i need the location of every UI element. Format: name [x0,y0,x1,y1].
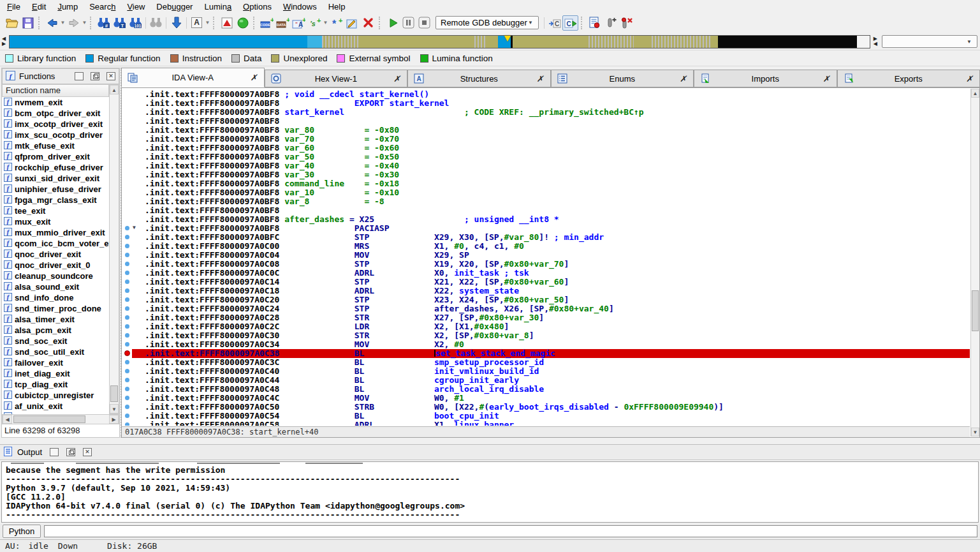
disasm-line[interactable]: .init.text:FFFF8000097A0BF8 var_10 = -0x… [132,188,970,197]
navband-left-arrows[interactable]: ◀▶ [0,36,8,47]
disasm-line[interactable]: .init.text:FFFF8000097A0BF8 var_60 = -0x… [132,144,970,153]
disasm-line[interactable]: .init.text:FFFF8000097A0C48 BL arch_loca… [132,385,970,394]
navband-segment-lblue[interactable] [307,36,321,48]
navband-segment-stripes[interactable] [474,36,486,48]
tab-ida-view-a[interactable]: IDA View-A✗ [121,68,265,87]
scroll-down-icon[interactable]: ▼ [971,428,979,436]
navband-right-arrows[interactable]: ▶◀ [872,36,879,47]
function-list-item[interactable]: falsa_pcm_exit [2,325,109,336]
search-text-button[interactable]: T [112,15,128,31]
disasm-line[interactable]: .init.text:FFFF8000097A0BF8 command_line… [132,179,970,188]
function-list-item[interactable]: faf_unix_exit [2,401,109,412]
disasm-line[interactable]: .init.text:FFFF8000097A0C18 ADRL X22, sy… [132,287,970,295]
disassembly-vertical-scrollbar[interactable]: ▲ ▼ [970,89,979,436]
functions-vertical-scrollbar[interactable]: ▲ ▼ [109,84,119,414]
disasm-line[interactable]: .init.text:FFFF8000097A0C58 ADRL X1, lin… [132,421,970,426]
scroll-up-icon[interactable]: ▲ [971,89,979,98]
breakpoint-add-button[interactable] [603,15,618,31]
open-file-button[interactable] [4,15,20,31]
menu-search[interactable]: Search [84,1,121,13]
run-until-return-button[interactable]: C [562,15,578,31]
collapse-icon[interactable]: ▼ [133,223,136,232]
tab-exports[interactable]: Exports✗ [837,70,980,87]
navband-segment-khaki[interactable] [513,36,589,48]
scrollbar-thumb[interactable] [972,290,979,331]
disasm-line[interactable]: .init.text:FFFF8000097A0C08 STP X19, X20… [132,260,970,269]
disasm-line[interactable]: .init.text:FFFF8000097A0BF8 [132,117,970,126]
edit-function-button[interactable] [344,15,360,31]
debugger-stop-button[interactable] [416,15,432,31]
jump-address-button[interactable] [168,15,184,31]
navband-segment-khaki[interactable] [634,36,652,48]
make-strlit-button[interactable]: ’s+ [307,15,323,31]
function-list-item[interactable]: falsa_sound_exit [2,281,109,292]
strlit-dropdown-caret-button[interactable]: ▼ [323,20,328,26]
functions-column-header[interactable]: Function name [2,84,109,97]
instruction-dot-icon[interactable] [125,288,129,293]
disasm-line[interactable]: .init.text:FFFF8000097A0BF8 after_dashes… [132,215,970,224]
function-list-item[interactable]: fsnd_soc_util_exit [2,347,109,357]
search-immediate-button[interactable]: # [96,15,112,31]
navband-segment-white[interactable] [857,36,869,48]
navband-segment-khaki[interactable] [358,36,475,48]
disasm-line[interactable]: .init.text:FFFF8000097A0C30 STR X2, [SP,… [132,331,970,340]
restore-icon[interactable] [66,448,75,456]
disasm-line[interactable]: .init.text:FFFF8000097A0C0C ADRL X0, ini… [132,269,970,278]
disasm-line[interactable]: .init.text:FFFF8000097A0C14 STP X21, X22… [132,278,970,287]
function-list-item[interactable]: fsnd_timer_proc_done [2,303,109,314]
instruction-dot-icon[interactable] [125,333,129,338]
disasm-line[interactable]: .init.text:FFFF8000097A0BF8 var_30 = -0x… [132,170,970,179]
close-icon[interactable]: ✕ [83,448,92,456]
instruction-dot-icon[interactable] [125,324,129,329]
disasm-line[interactable]: .init.text:FFFF8000097A0BFC STP X29, X30… [132,233,970,242]
disasm-line[interactable]: .init.text:FFFF8000097A0C4C MOV W0, #1 [132,394,970,403]
instruction-dot-icon[interactable] [125,297,129,302]
function-list-item[interactable]: fsnd_soc_exit [2,336,109,347]
instruction-dot-icon[interactable] [125,235,129,239]
menu-view[interactable]: View [121,1,150,13]
menu-windows[interactable]: Windows [277,1,323,13]
instruction-dot-icon[interactable] [125,342,129,347]
instruction-dot-icon[interactable] [125,226,129,230]
function-list-item[interactable]: falsa_timer_exit [2,314,109,325]
disasm-line[interactable]: .init.text:FFFF8000097A0BF8 ; void __cde… [132,90,970,99]
instruction-dot-icon[interactable] [125,422,129,426]
disasm-line[interactable]: .init.text:FFFF8000097A0BF8 var_80 = -0x… [132,126,970,135]
navband-segment-stripes[interactable] [322,36,358,48]
disasm-line[interactable]: .init.text:FFFF8000097A0C40 BL init_vmli… [132,367,970,376]
navigate-back-button[interactable] [44,15,60,31]
navband-segment-blue[interactable] [10,36,307,48]
menu-options[interactable]: Options [237,1,277,13]
scroll-up-icon[interactable]: ▲ [110,85,119,94]
function-list-item[interactable]: fsnd_info_done [2,292,109,303]
make-code-button[interactable]: CODE+ [259,15,275,31]
run-until-call-button[interactable]: C [546,15,562,31]
instruction-dot-icon[interactable] [125,387,129,391]
debugger-select[interactable]: Remote GDB debugger▼ [435,16,539,29]
instruction-dot-icon[interactable] [125,280,129,284]
breakpoint-list-button[interactable] [587,15,603,31]
restore-icon[interactable] [91,72,99,80]
disasm-line[interactable]: .init.text:FFFF8000097A0C54 BL boot_cpu_… [132,412,970,421]
minimize-icon[interactable] [50,448,59,456]
make-data-button[interactable]: DATA+ [275,15,291,31]
navband-segment-stripes[interactable] [652,36,710,48]
navigation-band[interactable] [9,35,870,48]
search-again-button[interactable] [148,15,164,31]
instruction-dot-icon[interactable] [125,306,129,311]
debugger-pause-button[interactable] [400,15,416,31]
scroll-left-icon[interactable]: ◀ [3,415,12,424]
disasm-line[interactable]: .init.text:FFFF8000097A0C44 BL cgroup_in… [132,376,970,385]
debugger-run-button[interactable] [384,15,400,31]
function-list-item[interactable]: ffpga_mgr_class_exit [2,195,109,205]
navigation-ok-button[interactable] [235,15,251,31]
menu-file[interactable]: File [1,1,26,13]
tab-close-icon[interactable]: ✗ [537,74,544,84]
disasm-line[interactable]: .init.text:FFFF8000097A0C00 MRS X1, #0, … [132,242,970,251]
menu-debugger[interactable]: Debugger [150,1,198,13]
function-list-item[interactable]: fqcom_icc_bcm_voter_exit [2,238,109,249]
tab-imports[interactable]: Imports✗ [694,70,837,87]
instruction-dot-icon[interactable] [125,262,129,266]
disasm-line[interactable]: .init.text:FFFF8000097A0BF8 [132,206,970,215]
tab-close-icon[interactable]: ✗ [251,73,258,82]
